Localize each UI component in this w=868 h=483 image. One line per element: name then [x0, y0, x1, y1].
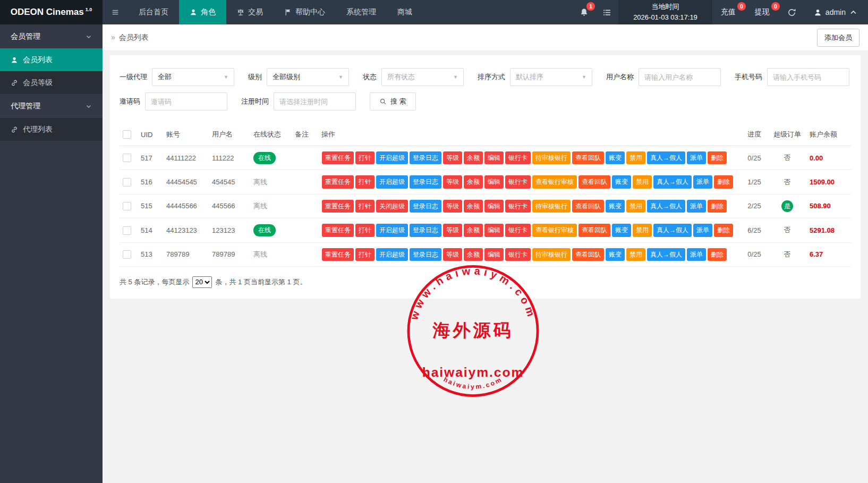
- action-button[interactable]: 账变: [612, 224, 631, 236]
- action-button[interactable]: 关闭超级: [376, 200, 408, 213]
- action-button[interactable]: 银行卡: [505, 151, 531, 164]
- action-button[interactable]: 查看回队: [572, 200, 604, 213]
- nav-item-system[interactable]: 系统管理: [336, 0, 387, 24]
- action-button[interactable]: 登录日志: [410, 151, 441, 164]
- action-button[interactable]: 禁用: [633, 224, 652, 236]
- action-button[interactable]: 派单: [693, 175, 712, 188]
- action-button[interactable]: 禁用: [626, 200, 645, 213]
- action-button[interactable]: 账变: [606, 248, 625, 261]
- action-button[interactable]: 等级: [443, 175, 462, 188]
- action-button[interactable]: 银行卡: [505, 200, 531, 213]
- action-button[interactable]: 账变: [612, 175, 631, 188]
- action-button[interactable]: 派单: [693, 224, 712, 236]
- action-button[interactable]: 待审核银行: [532, 248, 571, 261]
- refresh-button[interactable]: [780, 0, 803, 24]
- agent-select[interactable]: 全部 ▼: [152, 68, 234, 86]
- nav-item-role[interactable]: 角色: [179, 0, 226, 24]
- action-button[interactable]: 派单: [687, 248, 706, 261]
- action-button[interactable]: 登录日志: [410, 224, 441, 236]
- row-checkbox[interactable]: [123, 202, 131, 210]
- action-button[interactable]: 派单: [687, 200, 706, 213]
- sidebar-group-agent[interactable]: 代理管理: [0, 94, 103, 118]
- action-button[interactable]: 银行卡: [505, 224, 531, 236]
- action-button[interactable]: 真人→假人: [653, 175, 692, 188]
- action-button[interactable]: 禁用: [626, 151, 645, 164]
- notifications-bell[interactable]: 1: [573, 0, 595, 24]
- row-checkbox[interactable]: [123, 226, 131, 235]
- action-button[interactable]: 打针: [355, 175, 375, 188]
- action-button[interactable]: 余额: [464, 175, 483, 188]
- withdraw-button[interactable]: 提现 0: [746, 0, 780, 24]
- action-button[interactable]: 余额: [464, 224, 483, 236]
- action-button[interactable]: 打针: [355, 200, 375, 213]
- action-button[interactable]: 查看回队: [572, 151, 604, 164]
- action-button[interactable]: 禁用: [626, 248, 645, 261]
- action-button[interactable]: 余额: [464, 151, 483, 164]
- nav-item-help[interactable]: 帮助中心: [274, 0, 336, 24]
- action-button[interactable]: 真人→假人: [647, 200, 685, 213]
- sidebar-item-agent-list[interactable]: 代理列表: [0, 118, 103, 141]
- action-button[interactable]: 删除: [714, 175, 733, 188]
- register-time-input[interactable]: [274, 92, 356, 111]
- action-button[interactable]: 真人→假人: [653, 224, 692, 236]
- action-button[interactable]: 等级: [443, 151, 462, 164]
- action-button[interactable]: 打针: [355, 224, 375, 236]
- action-button[interactable]: 银行卡: [505, 175, 531, 188]
- search-button[interactable]: 搜 索: [370, 92, 416, 111]
- invite-code-input[interactable]: [145, 92, 227, 111]
- action-button[interactable]: 派单: [687, 151, 706, 164]
- nav-item-home[interactable]: 后台首页: [128, 0, 179, 24]
- action-button[interactable]: 等级: [443, 248, 462, 261]
- action-button[interactable]: 删除: [708, 248, 727, 261]
- action-button[interactable]: 编辑: [484, 175, 504, 188]
- action-button[interactable]: 查看银行审核: [532, 224, 577, 236]
- action-button[interactable]: 打针: [355, 248, 375, 261]
- action-button[interactable]: 登录日志: [410, 175, 441, 188]
- action-button[interactable]: 等级: [443, 224, 462, 236]
- action-button[interactable]: 编辑: [484, 151, 504, 164]
- action-button[interactable]: 余额: [464, 200, 483, 213]
- action-button[interactable]: 余额: [464, 248, 483, 261]
- action-button[interactable]: 银行卡: [505, 248, 531, 261]
- row-checkbox[interactable]: [123, 178, 131, 187]
- username-input[interactable]: [639, 68, 721, 86]
- action-button[interactable]: 待审核银行: [532, 151, 571, 164]
- action-button[interactable]: 登录日志: [410, 248, 441, 261]
- action-button[interactable]: 开启超级: [376, 248, 408, 261]
- action-button[interactable]: 账变: [606, 200, 625, 213]
- nav-item-mall[interactable]: 商城: [387, 0, 423, 24]
- action-button[interactable]: 查看银行审核: [532, 175, 577, 188]
- action-button[interactable]: 登录日志: [410, 200, 441, 213]
- sort-select[interactable]: 默认排序 ▼: [510, 68, 592, 86]
- action-button[interactable]: 打针: [355, 151, 375, 164]
- action-button[interactable]: 禁用: [633, 175, 652, 188]
- page-size-select[interactable]: 20: [192, 276, 212, 288]
- sidebar-toggle-icon[interactable]: [103, 0, 128, 24]
- action-button[interactable]: 查看回队: [578, 175, 610, 188]
- status-select[interactable]: 所有状态 ▼: [381, 68, 464, 86]
- recharge-button[interactable]: 充值 0: [712, 0, 746, 24]
- select-all-checkbox[interactable]: [123, 130, 131, 139]
- user-menu[interactable]: admin: [803, 0, 868, 24]
- action-button[interactable]: 账变: [606, 151, 625, 164]
- action-button[interactable]: 重置任务: [322, 224, 354, 236]
- sidebar-group-member[interactable]: 会员管理: [0, 24, 103, 48]
- row-checkbox[interactable]: [123, 250, 131, 259]
- sidebar-item-member-list[interactable]: 会员列表: [0, 48, 103, 71]
- nav-item-trade[interactable]: 交易: [226, 0, 274, 24]
- action-button[interactable]: 查看回队: [572, 248, 604, 261]
- action-button[interactable]: 真人→假人: [647, 248, 685, 261]
- action-button[interactable]: 查看回队: [578, 224, 610, 236]
- phone-input[interactable]: [767, 68, 849, 86]
- action-button[interactable]: 重置任务: [322, 200, 354, 213]
- action-button[interactable]: 编辑: [484, 200, 504, 213]
- row-checkbox[interactable]: [123, 154, 131, 162]
- add-member-button[interactable]: 添加会员: [817, 29, 860, 47]
- action-button[interactable]: 删除: [714, 224, 733, 236]
- action-button[interactable]: 真人→假人: [647, 151, 685, 164]
- action-button[interactable]: 待审核银行: [532, 200, 571, 213]
- action-button[interactable]: 重置任务: [322, 248, 354, 261]
- action-button[interactable]: 开启超级: [376, 175, 408, 188]
- menu-list-icon[interactable]: [595, 0, 618, 24]
- level-select[interactable]: 全部级别 ▼: [267, 68, 349, 86]
